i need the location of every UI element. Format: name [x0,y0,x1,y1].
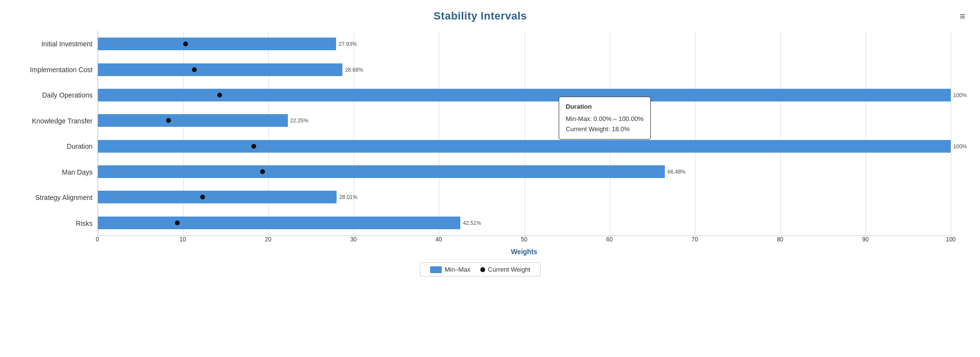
x-tick: 60 [606,236,613,243]
y-label: Daily Operations [10,84,93,106]
legend-dot-label: Current Weight [488,266,530,273]
legend: Min–Max Current Weight [420,262,541,277]
bar-row: 22.25% [98,108,951,133]
bar-fill [98,38,336,50]
x-tick: 50 [521,236,527,243]
legend-item-bar: Min–Max [430,266,471,273]
x-tick: 0 [96,236,99,243]
bars-section: Initial InvestmentImplementation CostDai… [10,31,951,236]
legend-dot-swatch [480,267,485,272]
chart-container: Stability Intervals ≡ Initial Investment… [0,0,980,357]
bar-end-label: 100% [953,143,967,149]
x-tick: 80 [777,236,783,243]
bar-wrapper [98,38,336,50]
bar-row: 28.68% [98,57,951,82]
y-label: Duration [10,135,93,158]
bar-wrapper [98,165,665,178]
current-weight-dot [200,195,205,199]
current-weight-dot [183,41,188,46]
bar-fill [98,191,337,203]
bar-end-label: 27.93% [339,41,357,47]
x-ticks-row: 0102030405060708090100 [97,236,951,246]
x-axis-label: Weights [97,248,951,256]
x-tick: 40 [435,236,442,243]
y-label: Knowledge Transfer [10,110,93,132]
bar-wrapper [98,89,951,101]
legend-item-dot: Current Weight [480,266,530,273]
current-weight-dot [192,67,197,72]
bar-row: 42.51% [98,210,951,236]
chart-title: Stability Intervals [10,10,951,22]
bar-end-label: 42.51% [463,220,481,226]
legend-bar-label: Min–Max [445,266,471,273]
bar-rows: 27.93%28.68%100%22.25%100%66.48%28.01%42… [98,31,951,236]
x-tick: 100 [946,236,956,243]
current-weight-dot [166,118,171,123]
bar-wrapper [98,140,951,153]
bar-end-label: 28.01% [339,194,358,200]
x-tick: 20 [265,236,271,243]
bar-row: 28.01% [98,184,951,210]
bar-fill [98,217,460,229]
current-weight-dot [251,144,256,149]
bar-fill [98,165,665,178]
y-labels: Initial InvestmentImplementation CostDai… [10,31,97,236]
plot-area: 27.93%28.68%100%22.25%100%66.48%28.01%42… [97,31,951,236]
bar-end-label: 100% [953,92,967,98]
grid-line [951,31,951,236]
y-label: Man Days [10,161,93,183]
bar-row: 100% [98,134,951,159]
bar-wrapper [98,114,288,127]
y-label: Implementation Cost [10,59,93,81]
current-weight-dot [260,169,265,174]
y-label: Initial Investment [10,33,93,55]
bar-row: 100% [98,82,951,108]
x-tick: 10 [180,236,186,243]
x-tick: 70 [692,236,698,243]
bar-fill [98,89,951,101]
bar-fill [98,140,951,153]
bar-wrapper [98,191,337,203]
bar-wrapper [98,217,460,229]
bar-end-label: 66.48% [667,169,685,175]
x-tick: 30 [350,236,357,243]
bar-row: 27.93% [98,31,951,57]
legend-bar-swatch [430,266,442,273]
current-weight-dot [175,220,180,225]
x-tick: 90 [862,236,868,243]
bar-end-label: 22.25% [290,118,308,123]
bar-fill [98,63,342,76]
current-weight-dot [217,93,222,98]
bar-row: 66.48% [98,159,951,184]
hamburger-icon[interactable]: ≡ [960,11,965,22]
bar-fill [98,114,288,127]
y-label: Strategy Alignment [10,186,93,209]
bar-end-label: 28.68% [345,67,363,73]
bar-wrapper [98,63,342,76]
y-label: Risks [10,212,93,235]
